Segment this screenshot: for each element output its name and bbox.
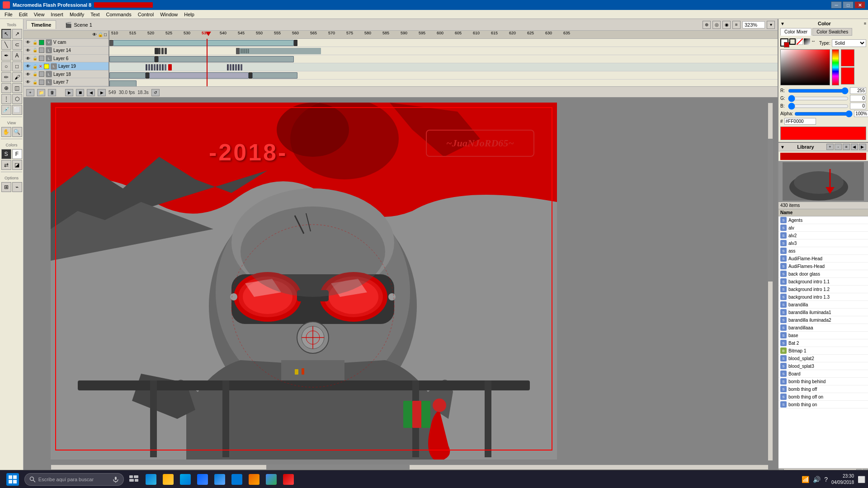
lib-item-barandilla[interactable]: S barandilla	[778, 301, 868, 309]
menu-edit[interactable]: Edit	[16, 11, 30, 18]
r-slider[interactable]	[788, 89, 849, 93]
notification-icon[interactable]: ?	[824, 476, 828, 483]
lib-item-bar-ilum2[interactable]: S barandilla iluminada2	[778, 316, 868, 324]
eraser-tool[interactable]: ⬜	[12, 105, 22, 115]
gradient-tool[interactable]: ◫	[12, 83, 22, 93]
lib-search-btn[interactable]: ◀	[851, 144, 858, 150]
lib-item-alv[interactable]: S alv	[778, 224, 868, 232]
menu-commands[interactable]: Commands	[103, 11, 134, 18]
stroke-square[interactable]	[789, 38, 796, 45]
taskbar-app-ff[interactable]	[246, 472, 262, 487]
layer-lock-7[interactable]: 🔓	[32, 80, 38, 84]
menu-window[interactable]: Window	[157, 11, 180, 18]
layer-eye-19[interactable]: 👁	[25, 64, 31, 69]
add-folder-btn[interactable]: 📁	[37, 89, 45, 96]
start-button[interactable]	[3, 472, 23, 487]
eyedropper-tool[interactable]: 💉	[1, 105, 11, 115]
swap-btn[interactable]: ↔	[811, 38, 817, 45]
lib-item-audiflame[interactable]: S AudiFlame-Head	[778, 255, 868, 263]
menu-help[interactable]: Help	[181, 11, 197, 18]
taskbar-app-taskview[interactable]	[126, 472, 142, 487]
lib-item-alv3[interactable]: S alv3	[778, 239, 868, 247]
lib-item-barandillaaa[interactable]: S barandillaaa	[778, 324, 868, 332]
alpha-value[interactable]	[854, 110, 868, 117]
lib-item-bombthingoffon[interactable]: S bomb thing off on	[778, 393, 868, 401]
b-slider[interactable]	[788, 104, 849, 108]
lib-item-agents[interactable]: S Agents	[778, 216, 868, 224]
next-frame-btn[interactable]: ▶	[98, 89, 106, 96]
color-hue-bar[interactable]	[832, 49, 839, 85]
lib-item-blood2[interactable]: S blood_splat2	[778, 355, 868, 362]
color-gradient[interactable]	[780, 49, 830, 85]
lib-item-bombthingbehind[interactable]: S bomb thing behind	[778, 378, 868, 385]
smooth-btn[interactable]: ⌁	[12, 182, 22, 192]
taskbar-search-box[interactable]	[24, 473, 124, 486]
lib-menu-btn[interactable]: ≡	[843, 144, 850, 150]
collapse-arrow-color[interactable]: ▼	[780, 21, 785, 26]
lib-item-alv2[interactable]: S alv2	[778, 232, 868, 239]
pencil-tool[interactable]: ✏	[1, 72, 11, 82]
prev-frame-btn[interactable]: ◀	[87, 89, 95, 96]
taskbar-app-onedrive[interactable]	[212, 472, 228, 487]
g-value[interactable]	[850, 95, 866, 102]
pen-tool[interactable]: ✒	[1, 51, 11, 61]
layer-eye-7[interactable]: 👁	[25, 80, 31, 84]
lib-item-ass[interactable]: S ass	[778, 247, 868, 255]
paint-bucket-tool[interactable]: ⬡	[12, 94, 22, 104]
lib-item-blood3[interactable]: S blood_splat3	[778, 362, 868, 370]
tl-edit-btn[interactable]: ≡	[732, 21, 741, 29]
brush-tool[interactable]: 🖌	[12, 72, 22, 82]
layer-lock-vcam[interactable]: 🔓	[32, 40, 38, 45]
alpha-slider[interactable]	[794, 112, 853, 116]
fill-square[interactable]	[780, 38, 788, 47]
lib-item-bitmap1[interactable]: B Bitmap 1	[778, 347, 868, 355]
b-value[interactable]	[850, 103, 866, 109]
lib-item-bat2[interactable]: S Bat 2	[778, 339, 868, 347]
freexform-tool[interactable]: ⊕	[1, 83, 11, 93]
taskbar-search-input[interactable]	[38, 477, 110, 482]
fill-color[interactable]: F	[12, 149, 22, 159]
color-panel-menu[interactable]: ≡	[864, 21, 866, 26]
lib-item-bombthingoff[interactable]: S bomb thing off	[778, 385, 868, 393]
menu-modify[interactable]: Modify	[67, 11, 87, 18]
color-type-select[interactable]: Solid Linear Radial Bitmap	[832, 39, 866, 47]
lib-new-btn[interactable]: +	[826, 144, 834, 150]
layer-lock-19[interactable]: 🔓	[32, 64, 38, 69]
taskbar-app-explorer[interactable]	[160, 472, 176, 487]
network-icon[interactable]: 📶	[802, 476, 809, 483]
lib-item-board[interactable]: S Board	[778, 370, 868, 378]
timeline-tab[interactable]: Timeline	[26, 20, 56, 29]
taskbar-app-chrome[interactable]	[263, 472, 279, 487]
lib-arrow-btn[interactable]: ▶	[859, 144, 866, 150]
text-tool[interactable]: A	[12, 51, 22, 61]
lib-item-bg12[interactable]: S background intro 1.2	[778, 286, 868, 293]
lib-item-bg13[interactable]: S background intro 1.3	[778, 293, 868, 301]
layer-eye-14[interactable]: 👁	[25, 48, 31, 53]
taskbar-app-mail[interactable]	[229, 472, 245, 487]
maximize-button[interactable]: □	[843, 1, 854, 9]
snap-btn[interactable]: ⊞	[1, 182, 11, 192]
v-scrollbar-thumb[interactable]	[768, 139, 773, 282]
del-layer-btn[interactable]: 🗑	[48, 89, 56, 96]
menu-file[interactable]: File	[2, 11, 15, 18]
default-colors-btn[interactable]: ◪	[12, 160, 22, 170]
color-swatches-tab[interactable]: Color Swatches	[812, 28, 852, 36]
r-value[interactable]	[850, 87, 866, 94]
rect-tool[interactable]: □	[12, 61, 22, 71]
line-tool[interactable]: ╲	[1, 40, 11, 50]
collapse-arrow-lib[interactable]: ▼	[780, 145, 785, 150]
layer-lock-14[interactable]: 🔓	[32, 48, 38, 52]
taskbar-app-dropbox[interactable]	[194, 472, 211, 487]
layer-eye-18[interactable]: 👁	[25, 72, 31, 77]
close-button[interactable]: ✕	[854, 1, 865, 9]
tl-center-btn[interactable]: ⊕	[703, 21, 711, 29]
hand-tool[interactable]: ✋	[1, 127, 11, 137]
menu-control[interactable]: Control	[135, 11, 156, 18]
show-desktop-icon[interactable]: ⬜	[858, 476, 865, 483]
lasso-tool[interactable]: ⊂	[12, 40, 22, 50]
taskbar-app-edge[interactable]	[143, 472, 159, 487]
lib-item-audiflames[interactable]: S AudiFlames-Head	[778, 263, 868, 270]
menu-insert[interactable]: Insert	[48, 11, 66, 18]
loop-btn[interactable]: ↺	[151, 89, 160, 96]
h-scrollbar-thumb[interactable]	[266, 465, 410, 469]
